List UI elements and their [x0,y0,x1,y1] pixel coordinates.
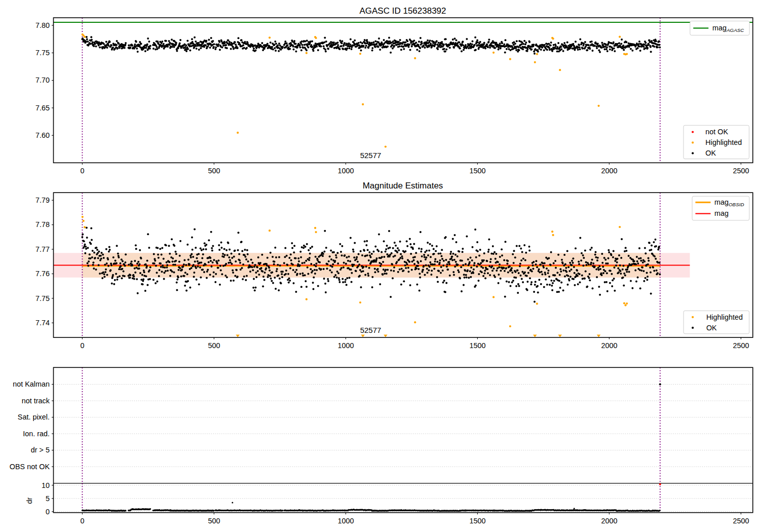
svg-text:2000: 2000 [601,167,617,175]
svg-text:1500: 1500 [469,517,485,525]
svg-text:Magnitude Estimates: Magnitude Estimates [363,181,443,191]
svg-text:10: 10 [42,481,50,489]
svg-text:7.78: 7.78 [35,220,50,229]
svg-text:not Kalman: not Kalman [13,380,50,388]
svg-text:2500: 2500 [733,167,749,175]
svg-text:7.60: 7.60 [35,131,50,139]
svg-text:Ion. rad.: Ion. rad. [23,430,50,438]
svg-text:2500: 2500 [733,341,749,350]
svg-text:1500: 1500 [469,167,485,175]
svg-text:1000: 1000 [337,167,354,175]
svg-text:7.70: 7.70 [35,76,50,84]
svg-text:OK: OK [705,149,716,157]
svg-text:2500: 2500 [733,517,749,525]
svg-text:Sat. pixel.: Sat. pixel. [18,413,50,421]
svg-text:500: 500 [208,517,220,525]
svg-text:1000: 1000 [337,517,354,525]
svg-text:dr > 5: dr > 5 [31,446,50,454]
svg-text:0: 0 [80,517,84,525]
svg-text:OBS not OK: OBS not OK [10,463,50,471]
svg-text:7.65: 7.65 [35,104,50,112]
svg-text:7.75: 7.75 [35,49,50,57]
svg-text:not OK: not OK [705,128,728,136]
svg-text:OK: OK [706,324,717,332]
svg-text:7.74: 7.74 [35,319,50,327]
svg-text:0: 0 [46,508,50,516]
svg-text:5: 5 [46,495,50,503]
svg-text:7.75: 7.75 [35,294,50,302]
svg-text:2000: 2000 [601,517,617,525]
svg-text:Highlighted: Highlighted [705,138,742,146]
svg-text:7.76: 7.76 [35,270,50,278]
svg-text:dr: dr [25,497,33,504]
svg-text:52577: 52577 [360,326,382,334]
svg-text:52577: 52577 [360,151,382,160]
svg-text:500: 500 [208,341,220,350]
svg-text:7.80: 7.80 [35,21,50,29]
svg-text:1500: 1500 [469,341,485,350]
svg-text:1000: 1000 [337,341,354,350]
svg-text:AGASC ID 156238392: AGASC ID 156238392 [359,6,446,16]
svg-text:Highlighted: Highlighted [706,313,743,321]
svg-text:500: 500 [208,167,220,175]
svg-text:7.79: 7.79 [35,196,50,204]
svg-text:2000: 2000 [601,341,617,350]
svg-text:7.77: 7.77 [35,245,50,253]
svg-text:0: 0 [80,167,84,175]
svg-text:mag: mag [714,209,729,217]
svg-text:0: 0 [80,341,84,350]
svg-text:not track: not track [22,397,50,405]
